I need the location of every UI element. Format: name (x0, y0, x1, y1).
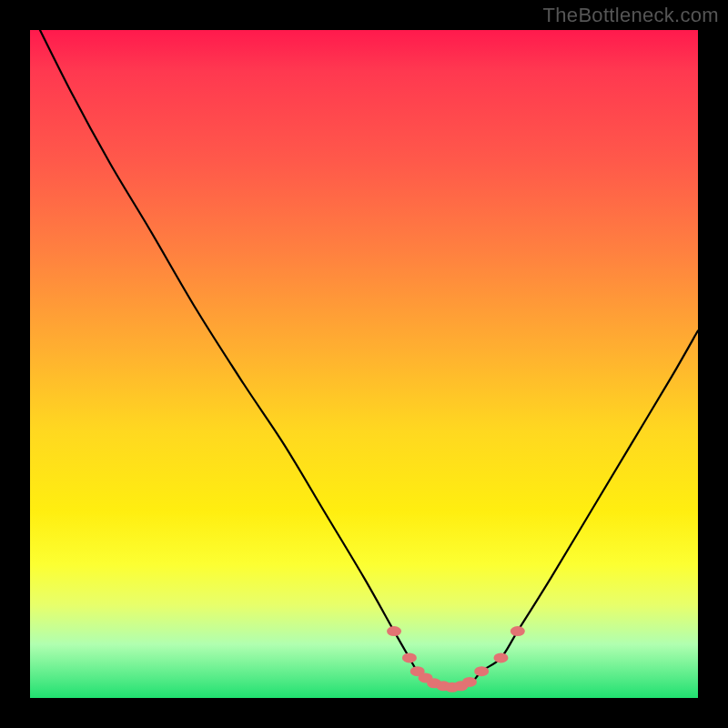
chart-frame: TheBottleneck.com (0, 0, 728, 728)
plot-area (30, 30, 698, 698)
watermark-text: TheBottleneck.com (543, 4, 719, 27)
sweet-spot-dots (387, 626, 525, 693)
sweet-spot-dot (474, 666, 489, 676)
sweet-spot-dot (387, 626, 401, 636)
sweet-spot-dot (462, 677, 477, 687)
dot-layer (30, 30, 698, 698)
sweet-spot-dot (511, 626, 525, 636)
sweet-spot-dot (402, 652, 417, 662)
sweet-spot-dot (493, 652, 508, 662)
